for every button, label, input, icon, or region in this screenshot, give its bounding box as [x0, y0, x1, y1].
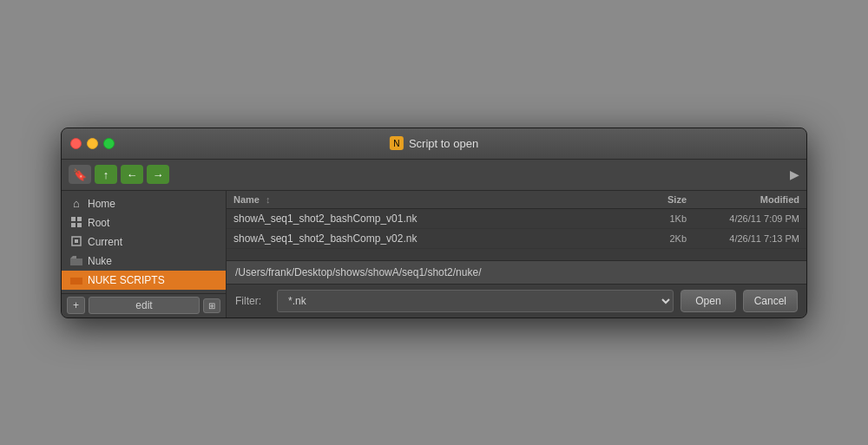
- minimize-button[interactable]: [87, 138, 98, 149]
- sidebar: Home Root: [62, 191, 227, 293]
- file-size: 2Kb: [639, 233, 687, 244]
- window-title-area: N Script to open: [390, 136, 478, 150]
- sidebar-label-home: Home: [88, 198, 115, 210]
- traffic-lights: [70, 138, 115, 149]
- file-header: Name ↕ Size Modified: [227, 191, 806, 209]
- table-row[interactable]: showA_seq1_shot2_bashComp_v02.nk 2Kb 4/2…: [227, 229, 806, 249]
- column-name-header[interactable]: Name ↕: [233, 194, 639, 205]
- svg-rect-0: [71, 217, 76, 221]
- svg-rect-1: [77, 217, 82, 221]
- cancel-button[interactable]: Cancel: [743, 290, 798, 312]
- home-icon: [70, 198, 82, 210]
- body-area: Home Root: [62, 191, 806, 317]
- forward-button[interactable]: →: [147, 165, 169, 184]
- sidebar-label-root: Root: [88, 217, 109, 229]
- filter-select[interactable]: *.nk: [277, 290, 674, 312]
- svg-rect-5: [75, 239, 78, 243]
- table-row[interactable]: showA_seq1_shot2_bashComp_v01.nk 1Kb 4/2…: [227, 209, 806, 229]
- sidebar-label-nuke: Nuke: [88, 255, 112, 267]
- column-size-header[interactable]: Size: [639, 194, 687, 205]
- column-modified-header[interactable]: Modified: [687, 194, 799, 205]
- back-button[interactable]: ←: [121, 165, 143, 184]
- back-icon: ←: [127, 168, 138, 181]
- add-favorite-button[interactable]: +: [67, 297, 85, 314]
- root-icon: [70, 217, 82, 229]
- file-name: showA_seq1_shot2_bashComp_v01.nk: [233, 213, 639, 225]
- bookmark-button[interactable]: 🔖: [69, 165, 91, 184]
- main-window: N Script to open 🔖 ↑ ← → ▶ Home: [61, 128, 807, 318]
- sidebar-item-current[interactable]: Current: [62, 232, 226, 252]
- file-date: 4/26/11 7:09 PM: [687, 213, 799, 224]
- titlebar: N Script to open: [62, 128, 806, 160]
- toolbar-right-arrow[interactable]: ▶: [790, 167, 799, 181]
- filter-row: Filter: *.nk Open Cancel: [227, 285, 806, 317]
- path-bar-row: [227, 261, 806, 285]
- grid-favorite-button[interactable]: ⊞: [203, 298, 220, 313]
- sidebar-label-current: Current: [88, 236, 122, 248]
- window-title: Script to open: [409, 137, 478, 150]
- sidebar-item-nuke-scripts[interactable]: NUKE SCRIPTS: [62, 271, 226, 290]
- sidebar-footer: + edit ⊞: [62, 293, 227, 317]
- up-icon: ↑: [103, 168, 109, 181]
- forward-icon: →: [153, 168, 164, 181]
- file-size: 1Kb: [639, 213, 687, 224]
- bottom-area: Filter: *.nk Open Cancel: [227, 260, 806, 317]
- file-pane: Name ↕ Size Modified showA_seq1_shot2_ba…: [227, 191, 806, 260]
- filter-label: Filter:: [235, 295, 270, 307]
- sidebar-label-nuke-scripts: NUKE SCRIPTS: [88, 274, 165, 286]
- edit-favorite-button[interactable]: edit: [89, 297, 200, 314]
- svg-rect-3: [77, 223, 82, 227]
- sidebar-item-root[interactable]: Root: [62, 213, 226, 232]
- current-icon: [70, 236, 82, 248]
- toolbar: 🔖 ↑ ← → ▶: [62, 160, 806, 191]
- app-icon: N: [390, 136, 404, 150]
- up-button[interactable]: ↑: [95, 165, 117, 184]
- sort-arrow-icon: ↕: [266, 194, 271, 205]
- file-name: showA_seq1_shot2_bashComp_v02.nk: [233, 232, 639, 245]
- sidebar-area: Home Root: [62, 191, 227, 317]
- nuke-scripts-folder-icon: [70, 274, 82, 286]
- svg-rect-2: [71, 223, 76, 227]
- nuke-folder-icon: [70, 255, 82, 267]
- maximize-button[interactable]: [103, 138, 115, 149]
- close-button[interactable]: [70, 138, 82, 149]
- sidebar-item-nuke[interactable]: Nuke: [62, 252, 226, 271]
- path-input[interactable]: [227, 261, 806, 285]
- sidebar-item-home[interactable]: Home: [62, 194, 226, 213]
- main-split: Name ↕ Size Modified showA_seq1_shot2_ba…: [227, 191, 806, 317]
- open-button[interactable]: Open: [681, 290, 735, 312]
- file-date: 4/26/11 7:13 PM: [687, 233, 799, 244]
